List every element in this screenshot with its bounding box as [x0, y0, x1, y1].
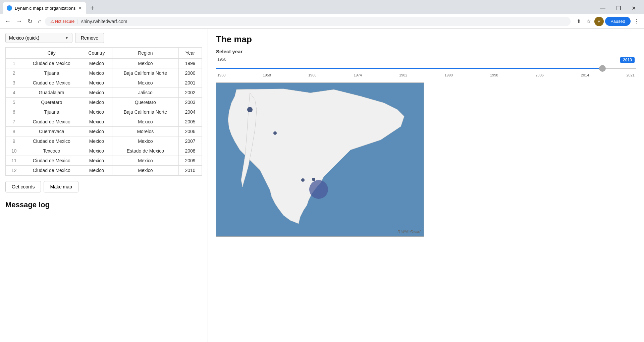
- cell-region: Queretaro: [112, 98, 178, 107]
- share-button[interactable]: ⬆: [575, 16, 583, 26]
- dropdown-arrow-icon: ▼: [65, 36, 69, 40]
- cell-country: Mexico: [81, 78, 112, 88]
- maximize-button[interactable]: ❐: [611, 2, 626, 14]
- table-row: 7 Ciudad de Mexico Mexico Mexico 2005: [6, 117, 202, 127]
- map-container: R WhiteDwarf: [216, 82, 424, 237]
- profile-avatar[interactable]: P: [594, 17, 604, 26]
- tab-favicon: 🌐: [7, 5, 12, 11]
- table-row: 6 Tijuana Mexico Baja California Norte 2…: [6, 107, 202, 117]
- cell-region: Morelos: [112, 127, 178, 136]
- map-point-3: [301, 178, 305, 182]
- table-row: 8 Cuernavaca Mexico Morelos 2006: [6, 127, 202, 136]
- cell-country: Mexico: [81, 156, 112, 166]
- slider-thumb[interactable]: [599, 65, 606, 72]
- bookmark-button[interactable]: ☆: [584, 16, 593, 26]
- cell-region: Baja California Norte: [112, 68, 178, 78]
- map-point-5: [309, 180, 328, 199]
- paused-button[interactable]: Paused: [605, 17, 631, 26]
- col-header-id: [6, 48, 22, 59]
- remove-button[interactable]: Remove: [75, 33, 104, 43]
- table-header-row: City Country Region Year: [6, 48, 202, 59]
- map-credit: R WhiteDwarf: [397, 230, 420, 234]
- slider-tick-label: 2006: [536, 73, 544, 77]
- slider-tick-label: 1958: [263, 73, 271, 77]
- year-select-label: Select year: [216, 49, 636, 54]
- top-controls: Mexico (quick) ▼ Remove: [5, 29, 202, 47]
- col-header-region: Region: [112, 48, 178, 59]
- cell-year: 2003: [179, 98, 202, 107]
- table-row: 5 Queretaro Mexico Queretaro 2003: [6, 98, 202, 107]
- cell-region: Mexico: [112, 117, 178, 127]
- cell-region: Mexico: [112, 156, 178, 166]
- browser-chrome: 🌐 Dynamic maps of organizations ✕ + — ❐ …: [0, 0, 644, 29]
- cell-year: 2007: [179, 136, 202, 146]
- cell-country: Mexico: [81, 98, 112, 107]
- cell-id: 6: [6, 107, 22, 117]
- table-row: 4 Guadalajara Mexico Jalisco 2002: [6, 88, 202, 98]
- table-row: 3 Ciudad de Mexico Mexico Mexico 2001: [6, 78, 202, 88]
- cell-city: Ciudad de Mexico: [22, 117, 81, 127]
- home-button[interactable]: ⌂: [36, 16, 44, 26]
- cell-country: Mexico: [81, 166, 112, 175]
- left-panel: Mexico (quick) ▼ Remove City Country Reg…: [0, 29, 208, 342]
- slider-top-labels: 1950 2013: [216, 57, 636, 63]
- cell-id: 3: [6, 78, 22, 88]
- cell-id: 5: [6, 98, 22, 107]
- table-row: 9 Ciudad de Mexico Mexico Mexico 2007: [6, 136, 202, 146]
- map-point-4: [312, 178, 315, 181]
- back-button[interactable]: ←: [3, 16, 13, 26]
- cell-country: Mexico: [81, 59, 112, 68]
- get-coords-button[interactable]: Get coords: [5, 181, 41, 192]
- slider-ticks: 1950195819661974198219901998200620142021: [216, 73, 636, 77]
- make-map-button[interactable]: Make map: [44, 181, 78, 192]
- new-tab-button[interactable]: +: [88, 3, 97, 13]
- slider-tick-label: 1990: [445, 73, 453, 77]
- map-title: The map: [216, 34, 636, 45]
- slider-selected-label: 2013: [620, 57, 635, 63]
- cell-region: Jalisco: [112, 88, 178, 98]
- cell-city: Tijuana: [22, 107, 81, 117]
- cell-city: Ciudad de Mexico: [22, 78, 81, 88]
- slider-tick-label: 1998: [490, 73, 498, 77]
- cell-city: Queretaro: [22, 98, 81, 107]
- data-table-container[interactable]: City Country Region Year 1 Ciudad de Mex…: [5, 47, 202, 176]
- cell-year: 2001: [179, 78, 202, 88]
- reload-button[interactable]: ↻: [25, 16, 35, 26]
- slider-tick-label: 2014: [581, 73, 589, 77]
- nav-right-controls: ⬆ ☆ P Paused ⋮: [575, 16, 641, 26]
- cell-region: Mexico: [112, 78, 178, 88]
- tab-close-button[interactable]: ✕: [78, 5, 82, 11]
- table-row: 2 Tijuana Mexico Baja California Norte 2…: [6, 68, 202, 78]
- cell-country: Mexico: [81, 88, 112, 98]
- country-dropdown[interactable]: Mexico (quick) ▼: [5, 33, 72, 43]
- cell-city: Ciudad de Mexico: [22, 59, 81, 68]
- cell-year: 2002: [179, 88, 202, 98]
- slider-tick-label: 1982: [399, 73, 407, 77]
- cell-year: 2009: [179, 156, 202, 166]
- cell-id: 10: [6, 146, 22, 156]
- slider-track[interactable]: [216, 64, 636, 72]
- page-content: Mexico (quick) ▼ Remove City Country Reg…: [0, 29, 644, 342]
- cell-city: Ciudad de Mexico: [22, 136, 81, 146]
- cell-country: Mexico: [81, 68, 112, 78]
- cell-region: Mexico: [112, 59, 178, 68]
- slider-fill: [216, 68, 602, 69]
- cell-country: Mexico: [81, 127, 112, 136]
- slider-tick-label: 1974: [354, 73, 362, 77]
- cell-city: Cuernavaca: [22, 127, 81, 136]
- cell-year: 2006: [179, 127, 202, 136]
- cell-id: 9: [6, 136, 22, 146]
- slider-min-label: 1950: [217, 57, 226, 63]
- cell-year: 2010: [179, 166, 202, 175]
- forward-button[interactable]: →: [14, 16, 24, 26]
- cell-id: 4: [6, 88, 22, 98]
- cell-id: 7: [6, 117, 22, 127]
- cell-year: 2005: [179, 117, 202, 127]
- slider-tick-label: 2021: [627, 73, 635, 77]
- close-button[interactable]: ✕: [626, 2, 641, 14]
- menu-button[interactable]: ⋮: [632, 16, 641, 26]
- address-bar[interactable]: ⚠ Not secure | shiny.rwhitedwarf.com: [45, 17, 571, 26]
- active-tab[interactable]: 🌐 Dynamic maps of organizations ✕: [3, 2, 86, 14]
- minimize-button[interactable]: —: [595, 2, 611, 14]
- cell-year: 1999: [179, 59, 202, 68]
